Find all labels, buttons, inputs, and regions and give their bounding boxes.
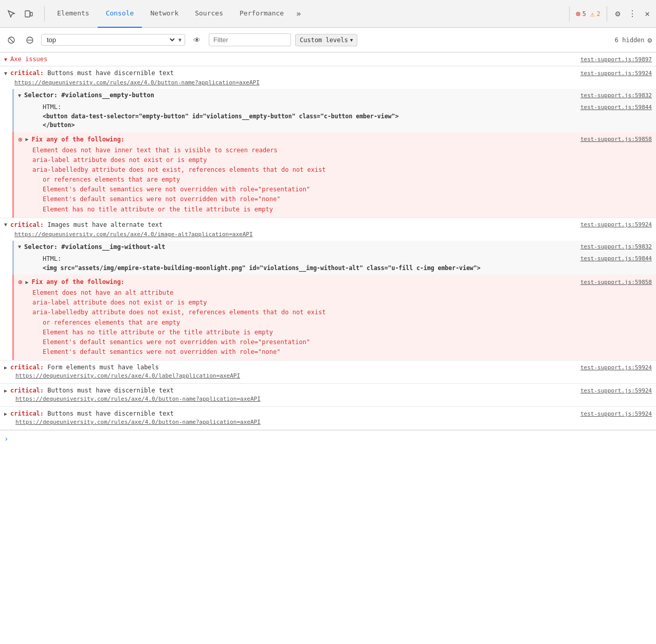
more-options-icon[interactable]: ⋮ [626, 7, 639, 21]
issue-2-selector-text: Selector: #violations__img-without-alt [24, 243, 166, 251]
console-prompt: › [0, 430, 656, 447]
issue-2-selector-block: ▼ Selector: #violations__img-without-alt… [12, 241, 656, 275]
hidden-settings-icon[interactable]: ⚙ [648, 36, 652, 44]
issue-1-fix-toggle[interactable]: ▶ [25, 136, 28, 142]
bottom-issue-3-toggle[interactable]: ▶ [4, 411, 7, 417]
context-select[interactable]: top [45, 35, 176, 44]
issue-1-selector-link[interactable]: test-support.js:59832 [580, 92, 652, 99]
svg-rect-0 [25, 11, 30, 17]
fix-item-2-6: Element's default semantics were not ove… [32, 347, 652, 357]
bottom-issue-3-anchor[interactable]: https://dequeuniversity.com/rules/axe/4.… [15, 419, 261, 425]
error-icon: ⊗ [576, 9, 580, 19]
bottom-issue-2-anchor[interactable]: https://dequeuniversity.com/rules/axe/4.… [15, 396, 261, 402]
error-count: 5 [582, 10, 586, 17]
axe-issues-header: ▼ Axe issues test-support.js:59897 [0, 52, 656, 66]
issue-title-row-2: ▼ critical: Images must have alternate t… [0, 218, 656, 230]
fix-item-2-0: Element does not have an alt attribute [32, 288, 652, 298]
issue-2-fix-link[interactable]: test-support.js:59858 [580, 279, 652, 285]
console-content: ▼ Axe issues test-support.js:59897 ▼ cri… [0, 52, 656, 447]
toolbar-separator-1 [44, 6, 45, 22]
error-badge: ⊗ 5 [576, 9, 586, 19]
tab-console[interactable]: Console [98, 0, 142, 28]
bottom-issue-2-url: https://dequeuniversity.com/rules/axe/4.… [4, 395, 652, 404]
console-input[interactable] [11, 435, 652, 442]
close-devtools-icon[interactable]: ✕ [643, 7, 652, 21]
svg-rect-1 [30, 12, 32, 16]
device-toolbar-btn[interactable] [22, 7, 36, 21]
issue-1-html-label-row: HTML: test-support.js:59844 [43, 103, 652, 111]
bottom-issue-1-title: critical: Form elements must have labels [10, 364, 159, 371]
block-icon-btn[interactable] [23, 33, 37, 47]
settings-gear-icon[interactable]: ⚙ [613, 7, 623, 21]
fix-item-1-3: or references elements that are empty [32, 175, 652, 185]
issue-2-fix-header-row: ⊗ ▶ Fix any of the following: test-suppo… [18, 278, 652, 286]
bottom-issue-3-link[interactable]: test-support.js:59924 [580, 410, 652, 417]
custom-levels-label: Custom levels [300, 37, 348, 44]
fix-item-1-4: Element's default semantics were not ove… [32, 185, 652, 194]
console-toolbar: top ▼ 👁 Custom levels ▼ 6 hidden ⚙ [0, 28, 656, 52]
fix-item-2-2: aria-labelledby attribute does not exist… [32, 308, 652, 317]
bottom-issue-1-anchor[interactable]: https://dequeuniversity.com/rules/axe/4.… [15, 372, 240, 379]
bottom-issue-3-critical: critical: [10, 410, 44, 417]
svg-line-3 [9, 38, 13, 42]
issue-1-fix-link[interactable]: test-support.js:59858 [580, 136, 652, 142]
filter-input[interactable] [209, 33, 291, 46]
fix-item-1-6: Element has no title attribute or the ti… [32, 205, 652, 214]
issue-1-selector-text: Selector: #violations__empty-button [24, 92, 154, 99]
issue-1-critical-label: critical: [10, 69, 44, 77]
issue-1-url[interactable]: https://dequeuniversity.com/rules/axe/4.… [14, 79, 260, 86]
issue-1-toggle-arrow[interactable]: ▼ [4, 70, 7, 76]
tab-sources[interactable]: Sources [187, 0, 231, 28]
issue-2-html-code: <img src="assets/img/empire-state-buildi… [43, 264, 652, 273]
eye-icon[interactable]: 👁 [189, 34, 205, 46]
issue-1-html-link[interactable]: test-support.js:59844 [580, 104, 652, 111]
axe-toggle-arrow[interactable]: ▼ [4, 57, 7, 62]
bottom-issue-2-toggle[interactable]: ▶ [4, 388, 7, 393]
issue-2-title-link[interactable]: test-support.js:59924 [580, 221, 652, 228]
axe-issues-title: Axe issues [10, 56, 47, 63]
issue-1-fix-block: ⊗ ▶ Fix any of the following: test-suppo… [12, 132, 656, 218]
issue-1-url-row: https://dequeuniversity.com/rules/axe/4.… [0, 79, 656, 89]
bottom-issue-1-toggle[interactable]: ▶ [4, 365, 7, 370]
chevron-down-icon: ▼ [178, 37, 181, 43]
issue-1-selector-block: ▼ Selector: #violations__empty-button te… [12, 89, 656, 132]
issue-2-title: critical: Images must have alternate tex… [10, 221, 162, 228]
issue-1-fix-header-row: ⊗ ▶ Fix any of the following: test-suppo… [18, 135, 652, 144]
issue-block-1: ▼ critical: Buttons must have discernibl… [0, 66, 656, 218]
issue-2-html-link[interactable]: test-support.js:59844 [580, 255, 652, 262]
axe-header-link[interactable]: test-support.js:59897 [580, 56, 652, 63]
issue-2-url-row: https://dequeuniversity.com/rules/axe/4.… [0, 230, 656, 241]
issue-1-title-link[interactable]: test-support.js:59924 [580, 70, 652, 77]
tab-performance[interactable]: Performance [231, 0, 292, 28]
issue-2-fix-toggle[interactable]: ▶ [25, 279, 28, 285]
bottom-issue-2-critical: critical: [10, 387, 44, 394]
issue-1-fix-header: Fix any of the following: [31, 136, 124, 143]
issue-title-row-1: ▼ critical: Buttons must have discernibl… [0, 66, 656, 79]
bottom-issue-3-title: critical: Buttons must have discernible … [10, 410, 174, 417]
devtools-tabbar: Elements Console Network Sources Perform… [0, 0, 656, 28]
issue-1-selector-toggle[interactable]: ▼ [18, 93, 21, 98]
bottom-issue-2-link[interactable]: test-support.js:59924 [580, 387, 652, 394]
issue-2-url[interactable]: https://dequeuniversity.com/rules/axe/4.… [14, 231, 253, 238]
tab-network[interactable]: Network [142, 0, 187, 28]
issue-2-selector-toggle[interactable]: ▼ [18, 244, 21, 249]
inspect-element-btn[interactable] [4, 7, 19, 21]
custom-levels-btn[interactable]: Custom levels ▼ [295, 34, 357, 46]
bottom-issue-3-url: https://dequeuniversity.com/rules/axe/4.… [4, 418, 652, 427]
fix-item-1-2: aria-labelledby attribute does not exist… [32, 165, 652, 175]
tab-elements[interactable]: Elements [49, 0, 98, 28]
issue-2-critical-label: critical: [10, 221, 44, 228]
bottom-issue-1: ▶ critical: Form elements must have labe… [0, 361, 656, 384]
warn-count: 2 [596, 10, 600, 17]
warn-icon: ⚠ [590, 10, 594, 18]
toolbar-right: ⊗ 5 ⚠ 2 ⚙ ⋮ ✕ [567, 6, 652, 22]
issue-2-toggle-arrow[interactable]: ▼ [4, 222, 7, 227]
bottom-issue-1-link[interactable]: test-support.js:59924 [580, 364, 652, 371]
issue-2-selector-link[interactable]: test-support.js:59832 [580, 243, 652, 250]
toolbar-icons [4, 7, 36, 21]
context-select-wrapper[interactable]: top ▼ [41, 34, 185, 46]
clear-console-btn[interactable] [4, 33, 19, 47]
tab-more-btn[interactable]: » [292, 0, 305, 28]
issue-1-fix-items: Element does not have inner text that is… [18, 146, 652, 214]
toolbar-separator-2 [569, 6, 570, 22]
